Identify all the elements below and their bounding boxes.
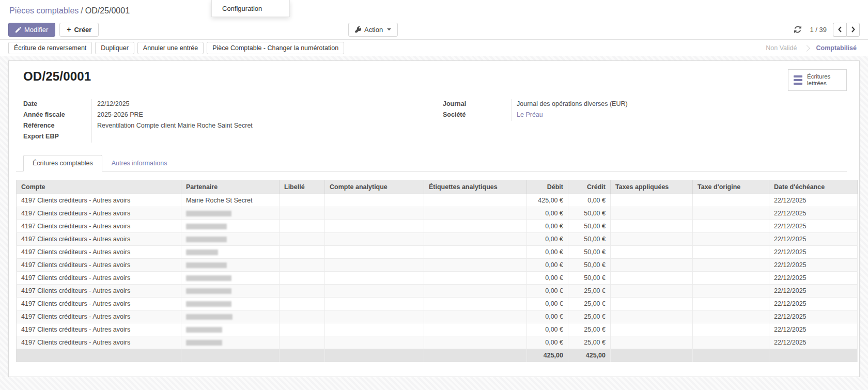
- cell-taxe_origine: [693, 310, 769, 323]
- bottom-gap: [0, 377, 868, 390]
- breadcrumb-bar: Pièces comptables/OD/25/0001 Configurati…: [0, 0, 868, 20]
- table-row[interactable]: 4197 Clients créditeurs - Autres avoirs0…: [17, 272, 858, 285]
- create-button-label: Créer: [74, 26, 91, 34]
- total-debit: 425,00: [527, 349, 568, 362]
- column-header-debit[interactable]: Débit: [527, 180, 568, 194]
- field-label-date: Date: [23, 99, 92, 110]
- cell-etiquettes: [424, 194, 527, 207]
- tab-autres-informations[interactable]: Autres informations: [102, 155, 177, 171]
- table-row[interactable]: 4197 Clients créditeurs - Autres avoirs0…: [17, 285, 858, 298]
- cell-partenaire: [181, 310, 280, 323]
- action-button-piece-comptable-changer-la-numerotation[interactable]: Pièce Comptable - Changer la numérotatio…: [207, 42, 344, 54]
- cell-partenaire: [181, 272, 280, 285]
- record-action-buttons: Écriture de renversementDupliquerAnnuler…: [8, 42, 344, 54]
- statusbar: Non ValidéComptabilisé: [766, 44, 860, 52]
- action-dropdown-button[interactable]: Action: [348, 23, 398, 37]
- status-non-valide[interactable]: Non Validé: [766, 44, 797, 52]
- table-row[interactable]: 4197 Clients créditeurs - Autres avoirs0…: [17, 336, 858, 349]
- field-group-left: Date22/12/2025Année fiscale2025-2026 PRE…: [23, 99, 414, 143]
- action-button-annuler-une-entree[interactable]: Annuler une entrée: [137, 42, 204, 54]
- cell-echeance: 22/12/2025: [769, 220, 858, 233]
- tab-ecritures-comptables[interactable]: Écritures comptables: [23, 155, 102, 171]
- status-comptabilise[interactable]: Comptabilisé: [816, 44, 857, 52]
- table-row[interactable]: 4197 Clients créditeurs - Autres avoirs0…: [17, 233, 858, 246]
- field-label-journal: Journal: [443, 99, 512, 110]
- cell-echeance: 22/12/2025: [769, 233, 858, 246]
- cell-taxe_origine: [693, 246, 769, 259]
- cell-credit: 25,00 €: [568, 298, 611, 310]
- cell-etiquettes: [424, 246, 527, 259]
- cell-libelle: [280, 323, 325, 336]
- cell-echeance: 22/12/2025: [769, 336, 858, 349]
- pager-previous-button[interactable]: [833, 23, 846, 37]
- table-row[interactable]: 4197 Clients créditeurs - Autres avoirs0…: [17, 259, 858, 272]
- field-value-societe[interactable]: Le Préau: [512, 110, 543, 119]
- action-button-dupliquer[interactable]: Dupliquer: [95, 42, 134, 54]
- table-row[interactable]: 4197 Clients créditeurs - Autres avoirs0…: [17, 310, 858, 323]
- column-header-libelle[interactable]: Libellé: [280, 180, 325, 194]
- cell-compte: 4197 Clients créditeurs - Autres avoirs: [17, 259, 181, 272]
- button-bar: Modifier + Créer Action 1 / 39: [0, 20, 868, 39]
- cell-etiquettes: [424, 285, 527, 298]
- cell-compte_analytique: [325, 285, 424, 298]
- field-societe: SociétéLe Préau: [443, 110, 847, 121]
- cell-debit: 0,00 €: [527, 285, 568, 298]
- cell-compte: 4197 Clients créditeurs - Autres avoirs: [17, 285, 181, 298]
- table-row[interactable]: 4197 Clients créditeurs - Autres avoirs0…: [17, 298, 858, 310]
- lettered-entries-button[interactable]: Écritures lettrées: [788, 69, 847, 91]
- action-button-ecriture-de-renversement[interactable]: Écriture de renversement: [8, 42, 92, 54]
- column-header-compte[interactable]: Compte: [17, 180, 181, 194]
- column-header-partenaire[interactable]: Partenaire: [181, 180, 280, 194]
- table-row[interactable]: 4197 Clients créditeurs - Autres avoirs0…: [17, 246, 858, 259]
- column-header-compte-analytique[interactable]: Compte analytique: [325, 180, 424, 194]
- cell-taxes: [611, 272, 693, 285]
- total-taxe_origine: [693, 349, 769, 362]
- table-row[interactable]: 4197 Clients créditeurs - Autres avoirs0…: [17, 220, 858, 233]
- list-icon: [794, 75, 802, 85]
- field-label-export-ebp: Export EBP: [23, 132, 92, 143]
- cell-partenaire: [181, 336, 280, 349]
- cell-debit: 0,00 €: [527, 323, 568, 336]
- column-header-credit[interactable]: Crédit: [568, 180, 611, 194]
- column-header-taxes-appliquees[interactable]: Taxes appliquées: [611, 180, 693, 194]
- cell-libelle: [280, 259, 325, 272]
- cell-echeance: 22/12/2025: [769, 194, 858, 207]
- cell-credit: 50,00 €: [568, 259, 611, 272]
- table-row[interactable]: 4197 Clients créditeurs - Autres avoirsM…: [17, 194, 858, 207]
- pager-next-button[interactable]: [846, 23, 860, 37]
- edit-button[interactable]: Modifier: [8, 23, 55, 37]
- table-row[interactable]: 4197 Clients créditeurs - Autres avoirs0…: [17, 323, 858, 336]
- form-view-background: OD/25/0001 Écritures lettrées Date22/12/…: [0, 56, 868, 377]
- cell-compte: 4197 Clients créditeurs - Autres avoirs: [17, 233, 181, 246]
- redacted-partner: [186, 288, 231, 294]
- cell-echeance: 22/12/2025: [769, 207, 858, 220]
- field-group-right: JournalJournal des opérations diverses (…: [443, 99, 847, 143]
- cell-compte_analytique: [325, 207, 424, 220]
- refresh-icon[interactable]: [793, 25, 802, 34]
- column-header-date-d-echeance[interactable]: Date d'échéance: [769, 180, 858, 194]
- cell-partenaire: [181, 259, 280, 272]
- cell-libelle: [280, 207, 325, 220]
- cell-partenaire: [181, 246, 280, 259]
- cell-debit: 0,00 €: [527, 207, 568, 220]
- column-header-taxe-d-origine[interactable]: Taxe d'origine: [693, 180, 769, 194]
- edit-button-label: Modifier: [24, 26, 48, 34]
- cell-libelle: [280, 194, 325, 207]
- cell-taxe_origine: [693, 323, 769, 336]
- create-button[interactable]: + Créer: [59, 23, 99, 37]
- cell-credit: 50,00 €: [568, 207, 611, 220]
- pager: 1 / 39: [793, 23, 860, 37]
- breadcrumb-parent-link[interactable]: Pièces comptables: [9, 6, 79, 15]
- total-compte: [17, 349, 181, 362]
- cell-compte_analytique: [325, 272, 424, 285]
- cell-compte: 4197 Clients créditeurs - Autres avoirs: [17, 323, 181, 336]
- statusbar-arrow-icon: [803, 45, 810, 52]
- cell-taxe_origine: [693, 272, 769, 285]
- total-libelle: [280, 349, 325, 362]
- cell-taxes: [611, 220, 693, 233]
- configuration-menu-item[interactable]: Configuration: [211, 0, 290, 17]
- column-header-etiquettes-analytiques[interactable]: Étiquettes analytiques: [424, 180, 527, 194]
- cell-credit: 50,00 €: [568, 246, 611, 259]
- table-row[interactable]: 4197 Clients créditeurs - Autres avoirs0…: [17, 207, 858, 220]
- cell-taxe_origine: [693, 285, 769, 298]
